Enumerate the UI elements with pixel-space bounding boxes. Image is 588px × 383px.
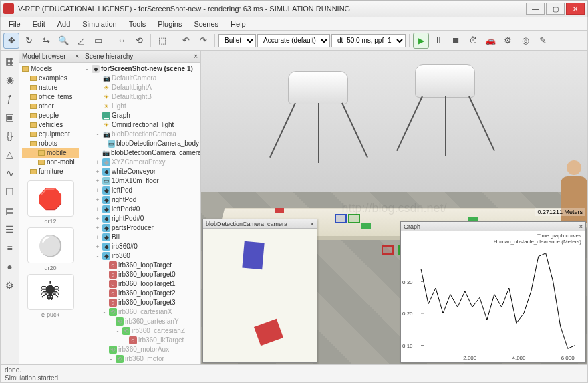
minimize-button[interactable]: — (526, 3, 545, 15)
blob-camera-panel[interactable]: blobDetectionCamera_camera × (202, 219, 317, 363)
model-folder-tree[interactable]: Modelsexamplesnatureoffice itemsotherpeo… (19, 63, 82, 178)
model-thumb-dr20[interactable]: ⚪dr20 (26, 227, 76, 271)
blob-camera-close-icon[interactable]: × (311, 221, 314, 227)
model-folder[interactable]: mobile (22, 148, 79, 158)
user-settings-icon[interactable]: ⚙ (3, 278, 17, 293)
layers-icon[interactable]: ≡ (3, 241, 17, 255)
menu-add[interactable]: Add (52, 19, 76, 29)
model-browser-icon[interactable]: ▤ (3, 203, 17, 218)
model-folder[interactable]: vehicles (22, 120, 79, 130)
camera-zoom-button[interactable]: 🔍 (55, 33, 71, 49)
camera-shift-button[interactable]: ⇆ (38, 33, 54, 49)
model-folder[interactable]: equipment (22, 130, 79, 139)
shape-edit-icon[interactable]: △ (3, 147, 17, 162)
camera-angle-button[interactable]: ◿ (73, 33, 89, 49)
tree-node[interactable]: +◆leftPod (84, 186, 199, 195)
scene-obj-prop-icon[interactable]: ◉ (3, 72, 17, 87)
maximize-button[interactable]: ▢ (546, 3, 565, 15)
graph-panel[interactable]: Graph × Time graph curves Human_obstacle… (400, 221, 586, 363)
tree-node[interactable]: +◆irb360#0 (84, 242, 199, 251)
path-edit-icon[interactable]: ∿ (3, 166, 17, 180)
tree-node[interactable]: +◆whiteConveyor (84, 167, 199, 176)
menu-plugins[interactable]: Plugins (152, 19, 187, 29)
pause-button[interactable]: ⏸ (430, 33, 446, 49)
menu-file[interactable]: File (3, 19, 26, 29)
page-selector-icon[interactable]: ▦ (3, 53, 17, 68)
tree-node[interactable]: ○irb360_ikTarget (84, 336, 199, 345)
tree-node[interactable]: ▭blobDetectionCamera_body (84, 139, 199, 148)
model-folder[interactable]: office items (22, 92, 79, 102)
model-folder[interactable]: furniture (22, 167, 79, 176)
model-folder[interactable]: Models (22, 64, 79, 74)
script-icon[interactable]: {} (3, 128, 17, 143)
fit-to-view-button[interactable]: ▭ (90, 33, 106, 49)
calc-module-icon[interactable]: ƒ (3, 91, 17, 106)
tree-node[interactable]: -◆irb360 (84, 251, 199, 261)
camera-pan-button[interactable]: ✥ (3, 33, 19, 49)
toggle-1-button[interactable]: ◎ (517, 33, 533, 49)
tree-node[interactable]: ▁Graph (84, 111, 199, 120)
tree-node[interactable]: +◆leftPod#0 (84, 205, 199, 214)
tree-node[interactable]: ○irb360_loopTarget1 (84, 279, 199, 289)
menu-tools[interactable]: Tools (124, 19, 152, 29)
model-thumb-e-puck[interactable]: 🕷e-puck (26, 274, 76, 318)
menu-scenes[interactable]: Scenes (188, 19, 224, 29)
timestep-select[interactable]: dt=50.0 ms, ppf=1 (331, 34, 406, 47)
tree-node[interactable]: ○irb360_loopTarget (84, 261, 199, 270)
model-thumbnails[interactable]: 🛑dr12⚪dr20🕷e-puck (19, 178, 82, 364)
tree-node[interactable]: +◆Bill (84, 233, 199, 242)
tree-node[interactable]: ☀Light (84, 102, 199, 111)
tree-node[interactable]: +▭10mX10m_floor (84, 176, 199, 186)
tree-node[interactable]: ☀Omnidirectional_light (84, 120, 199, 130)
tree-node[interactable]: +◆rightPod (84, 195, 199, 205)
menu-simulation[interactable]: Simulation (77, 19, 122, 29)
tree-node[interactable]: -◆irb360_axisL (84, 364, 199, 364)
tree-node[interactable]: ☀DefaultLightB (84, 92, 199, 102)
tree-node[interactable]: ☀DefaultLightA (84, 83, 199, 92)
tree-node[interactable]: -📷blobDetectionCamera (84, 130, 199, 139)
undo-button[interactable]: ↶ (178, 33, 194, 49)
viewport-3d[interactable]: http://blog.csdn.net/ 0.271211 Meters bl… (201, 51, 587, 364)
avi-recorder-icon[interactable]: ● (3, 259, 17, 274)
tree-node[interactable]: -⟲irb360_motor (84, 354, 199, 364)
tree-node[interactable]: -⟲irb360_cartesianZ (84, 326, 199, 336)
tree-node[interactable]: 📷DefaultCamera (84, 74, 199, 83)
scene-hierarchy-close-icon[interactable]: × (194, 53, 198, 60)
selection-icon[interactable]: ☐ (3, 184, 17, 199)
model-folder[interactable]: other (22, 102, 79, 111)
accuracy-select[interactable]: Accurate (default) (257, 34, 330, 47)
object-shift-button[interactable]: ↔ (114, 33, 130, 49)
tree-node[interactable]: +◆XYZCameraProxy (84, 158, 199, 167)
model-folder[interactable]: examples (22, 74, 79, 83)
scene-root[interactable]: -◆forScreenShot-new (scene 1) (84, 64, 199, 74)
graph-close-icon[interactable]: × (579, 223, 583, 230)
stop-button[interactable]: ⏹ (448, 33, 464, 49)
collection-icon[interactable]: ▣ (3, 110, 17, 124)
physics-engine-select[interactable]: Bullet (218, 34, 256, 47)
threaded-render-button[interactable]: 🚗 (482, 33, 498, 49)
model-browser-close-icon[interactable]: × (75, 53, 79, 60)
graph-header[interactable]: Graph × (401, 222, 585, 231)
object-rotate-button[interactable]: ⟲ (131, 33, 147, 49)
tree-node[interactable]: 📷blobDetectionCamera_camera (84, 148, 199, 158)
scene-tree[interactable]: -◆forScreenShot-new (scene 1) 📷DefaultCa… (82, 63, 200, 364)
tree-node[interactable]: +◆rightPod#0 (84, 214, 199, 223)
tree-node[interactable]: ○irb360_loopTarget2 (84, 289, 199, 298)
tree-node[interactable]: ○irb360_loopTarget3 (84, 298, 199, 307)
model-folder[interactable]: robots (22, 139, 79, 148)
play-button[interactable]: ▶ (413, 33, 429, 49)
redo-button[interactable]: ↷ (195, 33, 211, 49)
menu-edit[interactable]: Edit (27, 19, 51, 29)
model-folder[interactable]: non-mobi (22, 158, 79, 167)
toggle-2-button[interactable]: ✎ (535, 33, 551, 49)
model-folder[interactable]: nature (22, 83, 79, 92)
visualize-button[interactable]: ⚙ (500, 33, 516, 49)
tree-node[interactable]: -⟲irb360_cartesianY (84, 317, 199, 326)
camera-rotate-button[interactable]: ↻ (21, 33, 37, 49)
blob-camera-header[interactable]: blobDetectionCamera_camera × (203, 219, 317, 229)
close-button[interactable]: ✕ (566, 3, 585, 15)
realtime-toggle[interactable]: ⏱ (465, 33, 481, 49)
tree-node[interactable]: +◆partsProducer (84, 223, 199, 233)
select-button[interactable]: ⬚ (154, 33, 170, 49)
model-thumb-dr12[interactable]: 🛑dr12 (26, 180, 76, 225)
